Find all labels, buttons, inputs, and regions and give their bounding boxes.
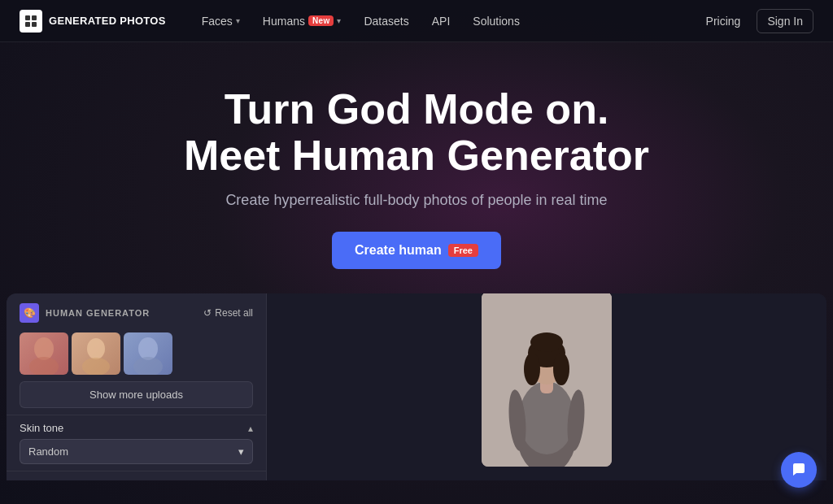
nav-item-datasets[interactable]: Datasets [354, 10, 418, 33]
logo-icon [20, 10, 42, 33]
new-badge: New [308, 15, 334, 26]
photo-area [267, 293, 826, 480]
clear-icon[interactable]: ✕ [232, 478, 242, 480]
svg-rect-3 [32, 22, 37, 27]
nav-item-solutions[interactable]: Solutions [463, 10, 530, 33]
show-more-uploads-button[interactable]: Show more uploads [20, 381, 253, 408]
skin-tone-select[interactable]: Random ▾ [20, 439, 253, 464]
bottom-section: 🎨 HUMAN GENERATOR ↺ Reset all [7, 293, 826, 480]
skin-tone-label: Skin tone [20, 422, 63, 434]
svg-point-6 [87, 338, 105, 359]
nav-item-humans[interactable]: Humans New ▾ [253, 10, 351, 33]
nav-item-api[interactable]: API [422, 10, 460, 33]
left-panel: 🎨 HUMAN GENERATOR ↺ Reset all [7, 293, 267, 480]
thumbnails-row [7, 329, 266, 380]
panel-icon: 🎨 [20, 303, 39, 323]
reset-icon: ↺ [203, 307, 212, 319]
svg-point-8 [138, 337, 158, 360]
nav-item-faces[interactable]: Faces ▾ [192, 10, 250, 33]
chevron-up-icon[interactable]: ▴ [248, 423, 253, 434]
skin-tone-control: Skin tone ▴ Random ▾ [7, 415, 266, 471]
chevron-down-icon: ▾ [236, 16, 240, 25]
logo-text: GENERATED PHOTOS [49, 15, 166, 27]
panel-header: 🎨 HUMAN GENERATOR ↺ Reset all [7, 293, 266, 329]
panel-title-row: 🎨 HUMAN GENERATOR [20, 303, 150, 323]
svg-point-9 [133, 357, 163, 375]
svg-point-4 [34, 337, 54, 360]
svg-point-18 [530, 332, 563, 352]
nav-links: Faces ▾ Humans New ▾ Datasets API Soluti… [192, 10, 696, 33]
hero-section: Turn God Mode on. Meet Human Generator C… [0, 42, 833, 293]
hero-subtitle: Create hyperrealistic full-body photos o… [20, 192, 813, 209]
thumbnail-1[interactable] [20, 332, 68, 375]
ethnicity-label: Ethnicity [20, 479, 59, 481]
ethnicity-control: Ethnicity ✕ ▴ [7, 471, 266, 480]
nav-right: Pricing Sign In [696, 9, 813, 33]
navigation: GENERATED PHOTOS Faces ▾ Humans New ▾ Da… [0, 0, 833, 42]
chevron-down-icon: ▾ [238, 445, 244, 458]
generated-photo [482, 293, 612, 467]
panel-title: HUMAN GENERATOR [46, 308, 150, 318]
thumbnail-3[interactable] [124, 332, 172, 375]
thumbnail-2[interactable] [72, 332, 120, 375]
reset-button[interactable]: ↺ Reset all [203, 307, 253, 319]
svg-point-16 [524, 353, 540, 385]
chat-button[interactable] [781, 452, 817, 488]
free-badge: Free [448, 244, 478, 257]
svg-point-17 [553, 353, 569, 385]
hero-title: Turn God Mode on. Meet Human Generator [20, 86, 813, 179]
create-human-button[interactable]: Create human Free [332, 232, 501, 269]
chevron-down-icon: ▾ [337, 16, 341, 25]
svg-rect-0 [25, 15, 30, 20]
svg-point-5 [29, 357, 59, 375]
svg-rect-2 [25, 22, 30, 27]
svg-point-7 [82, 358, 110, 375]
svg-rect-1 [32, 15, 37, 20]
logo[interactable]: GENERATED PHOTOS [20, 10, 166, 33]
pricing-link[interactable]: Pricing [696, 10, 751, 33]
signin-button[interactable]: Sign In [757, 9, 813, 33]
